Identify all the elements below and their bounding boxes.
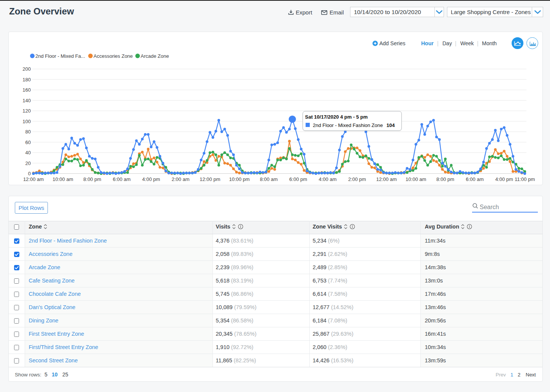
svg-text:6:00 am: 6:00 am xyxy=(466,176,484,182)
svg-text:8:00 pm: 8:00 pm xyxy=(436,176,454,182)
svg-text:10:00 pm: 10:00 pm xyxy=(229,176,250,182)
svg-text:80: 80 xyxy=(25,129,31,135)
svg-text:140: 140 xyxy=(22,98,31,103)
svg-text:2:00 pm: 2:00 pm xyxy=(348,176,366,182)
svg-text:6:00 pm: 6:00 pm xyxy=(289,176,307,182)
svg-text:160: 160 xyxy=(22,87,31,93)
svg-text:4:00 pm: 4:00 pm xyxy=(142,176,160,182)
svg-text:2:00 am: 2:00 am xyxy=(172,176,190,182)
svg-text:4:00 pm: 4:00 pm xyxy=(495,176,513,182)
svg-text:4:00 am: 4:00 am xyxy=(319,176,337,182)
svg-text:200: 200 xyxy=(22,66,31,72)
svg-text:120: 120 xyxy=(22,108,31,114)
svg-text:11:00 pm: 11:00 pm xyxy=(515,176,535,182)
svg-text:12:00 am: 12:00 am xyxy=(376,176,397,182)
svg-text:180: 180 xyxy=(22,77,31,83)
svg-text:40: 40 xyxy=(25,150,31,156)
svg-text:6:00 am: 6:00 am xyxy=(113,176,131,182)
svg-text:20: 20 xyxy=(25,160,31,166)
svg-text:8:00 am: 8:00 am xyxy=(260,176,278,182)
svg-text:12:00 am: 12:00 am xyxy=(23,176,44,182)
svg-text:12:00 pm: 12:00 pm xyxy=(200,176,220,182)
svg-text:60: 60 xyxy=(25,140,31,145)
svg-text:10:00 am: 10:00 am xyxy=(406,176,426,182)
svg-text:8:00 pm: 8:00 pm xyxy=(83,176,101,182)
svg-text:0: 0 xyxy=(28,171,31,176)
svg-text:100: 100 xyxy=(22,119,31,124)
svg-text:10:00 am: 10:00 am xyxy=(52,176,73,182)
